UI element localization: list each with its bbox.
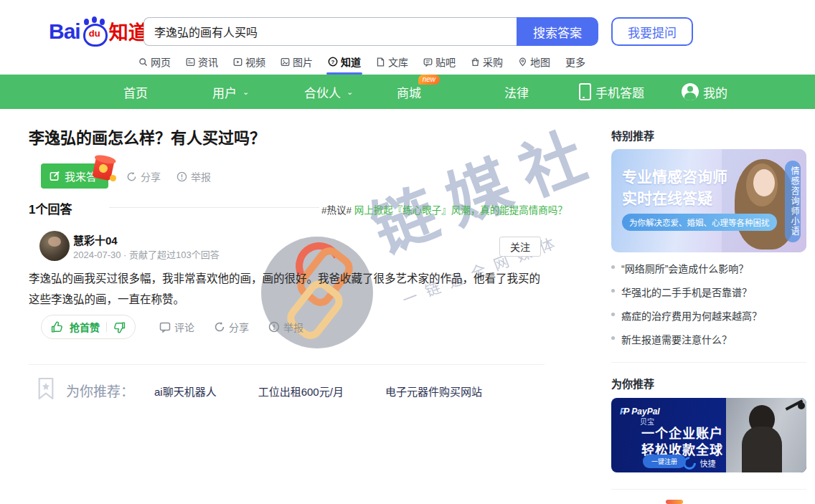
nav-item-home[interactable]: 首页 [123, 83, 148, 101]
bullet-icon [611, 265, 615, 269]
tab-image[interactable]: 图片 [281, 54, 313, 69]
recommend-row-label: 为你推荐： [66, 381, 134, 400]
svg-text:?: ? [331, 59, 335, 65]
recommend-link[interactable]: 工位出租600元/月 [258, 384, 344, 399]
video-icon [233, 57, 242, 67]
sidebar-question[interactable]: “网络厕所”会造成什么影响？ [611, 261, 806, 275]
logo-zhidao-text: 知道 [109, 17, 148, 45]
like-label: 抢首赞 [70, 320, 100, 334]
divider [109, 207, 319, 208]
recommend-link[interactable]: ai聊天机器人 [154, 384, 217, 399]
green-nav-bar: 首页 用户 ⌄ 合伙人 ⌄ 商城 new 法律 手机答题 我的 [0, 75, 815, 109]
search-input[interactable] [143, 17, 517, 46]
tab-more[interactable]: 更多 [565, 54, 585, 69]
tab-caigou[interactable]: 采购 [471, 54, 503, 69]
divider [611, 489, 806, 490]
sidebar-question[interactable]: 癌症的治疗费用为何越来越高？ [611, 308, 806, 323]
divider [29, 364, 545, 365]
header: Bai du 知道 搜索答案 我要提问 网页 资讯 视频 [0, 0, 815, 74]
image-icon [281, 57, 290, 67]
question-title: 李逸弘的画怎么样？有人买过吗？ [29, 125, 265, 148]
question-share-button[interactable]: 分享 [126, 169, 161, 184]
bullet-icon [611, 313, 615, 316]
bullet-icon [611, 336, 615, 340]
partial-hot-list-icon [666, 500, 683, 504]
nav-item-partner[interactable]: 合伙人 ⌄ [304, 83, 353, 101]
map-pin-icon [518, 57, 527, 67]
hot-tag: #热议# [321, 205, 352, 216]
paypal-ad-banner[interactable]: PP PayPal 贝宝 一个企业账户 轻松收款全球 安全 + 快捷 一键注册 [611, 398, 806, 472]
baidu-zhidao-page: 链媒社 一链通全网媒体 Bai du 知道 搜索答案 我要提问 网页 资讯 [0, 0, 815, 504]
chevron-down-icon: ⌄ [347, 87, 353, 97]
search-icon [138, 57, 148, 67]
exclamation-circle-icon [268, 321, 280, 333]
tab-wenku[interactable]: 文库 [376, 54, 408, 69]
ask-question-button[interactable]: 我要提问 [611, 17, 693, 46]
share-icon [214, 321, 225, 333]
baidu-paw-icon: du [82, 19, 108, 44]
thumbs-down-icon [113, 321, 126, 333]
answer-content: 李逸弘的画我买过很多幅，我非常喜欢他的画，画的很好。我爸收藏了很多艺术家的作品，… [29, 268, 545, 310]
comment-button[interactable]: 评论 [159, 320, 194, 334]
thumbs-up-icon [51, 321, 63, 333]
person-icon [682, 83, 699, 100]
answer-meta: 2024-07-30 · 贡献了超过103个回答 [73, 247, 220, 261]
logo-du-text: du [82, 28, 108, 39]
sidebar-question-list: “网络厕所”会造成什么影响？ 华强北的二手手机是否靠谱？ 癌症的治疗费用为何越来… [611, 261, 806, 356]
ad-subtitle-pill: 为你解决恋爱、婚姻、心理等各种困扰 [622, 214, 777, 231]
answer-share-button[interactable]: 分享 [214, 320, 249, 334]
comment-icon [159, 321, 171, 333]
tab-zhidao[interactable]: ? 知道 [328, 54, 361, 69]
gold-coin-icon [110, 175, 116, 181]
logo-bai-text: Bai [49, 19, 80, 44]
ad-photo [726, 398, 806, 472]
ad-headline: 实时在线答疑 [622, 186, 712, 208]
question-report-button[interactable]: 举报 [176, 169, 211, 184]
answer-report-button[interactable]: 举报 [268, 320, 303, 334]
nav-item-mobile-answer[interactable]: 手机答题 [579, 83, 644, 101]
vertical-tabs: 网页 资讯 视频 图片 ? 知道 文库 [138, 54, 585, 69]
paypal-p-icon: P [623, 406, 630, 417]
tieba-icon [423, 57, 433, 67]
ad-vertical-badge: 情感咨询师小语 [785, 161, 801, 242]
divider [611, 362, 806, 363]
nav-item-law[interactable]: 法律 [504, 83, 529, 101]
counselor-ad-banner[interactable]: 专业情感咨询师 实时在线答疑 为你解决恋爱、婚姻、心理等各种困扰 情感咨询师小语 [611, 149, 806, 252]
recommend-link[interactable]: 电子元器件购买网站 [385, 384, 482, 399]
sidebar-question[interactable]: 华强北的二手手机是否靠谱？ [611, 285, 806, 299]
new-badge: new [418, 75, 440, 85]
ad-headline: 专业情感咨询师 [622, 165, 727, 186]
exclamation-circle-icon [176, 171, 187, 182]
search-answers-button[interactable]: 搜索答案 [517, 17, 598, 46]
answers-count: 1个回答 [29, 199, 72, 217]
news-icon [186, 57, 195, 67]
bullet-icon [611, 289, 615, 293]
tab-map[interactable]: 地图 [518, 54, 550, 69]
shopping-bag-icon [471, 57, 480, 67]
tab-webpage[interactable]: 网页 [138, 54, 171, 69]
register-cta-button[interactable]: 一键注册 [643, 455, 686, 468]
nav-item-users[interactable]: 用户 ⌄ [212, 83, 249, 101]
sidebar-question[interactable]: 新生报道需要注意什么？ [611, 332, 806, 346]
hot-link-text: 网上掀起『练心眼子』风潮，真的能提高情商吗？ [354, 205, 567, 216]
tab-tieba[interactable]: 贴吧 [423, 54, 456, 69]
baidu-zhidao-logo[interactable]: Bai du 知道 [49, 17, 148, 45]
paypal-logo: PP PayPal [620, 406, 660, 417]
hot-topic-link[interactable]: #热议# 网上掀起『练心眼子』风潮，真的能提高情商吗？ [321, 202, 567, 217]
avatar[interactable] [39, 231, 70, 261]
nav-item-me[interactable]: 我的 [682, 83, 727, 101]
tab-video[interactable]: 视频 [233, 54, 265, 69]
like-pill[interactable]: 抢首赞 [41, 315, 136, 339]
document-icon [376, 57, 385, 67]
follow-button[interactable]: 关注 [499, 237, 541, 257]
special-recommend-title: 特别推荐 [611, 128, 654, 143]
share-icon [126, 171, 137, 182]
tab-news[interactable]: 资讯 [186, 54, 218, 69]
bookmark-star-icon [36, 377, 56, 403]
recommend-links: ai聊天机器人 工位出租600元/月 电子元器件购买网站 [154, 384, 482, 399]
divider [106, 322, 107, 332]
answer-username[interactable]: 慧彩十04 [73, 232, 118, 247]
pencil-icon [50, 171, 60, 181]
nav-item-mall[interactable]: 商城 new [397, 83, 421, 101]
question-circle-icon: ? [328, 57, 338, 67]
